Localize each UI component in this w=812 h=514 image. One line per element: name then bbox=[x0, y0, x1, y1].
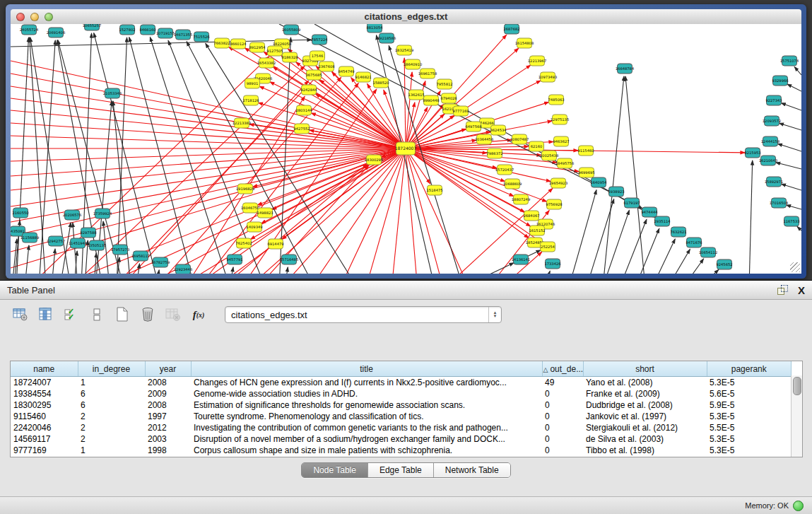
citation-edge-black[interactable] bbox=[700, 269, 719, 274]
column-header-year[interactable]: year bbox=[145, 361, 191, 377]
table-cell[interactable]: 2008 bbox=[145, 399, 191, 411]
table-mode-icon[interactable] bbox=[11, 306, 30, 323]
table-cell[interactable]: Disruption of a novel member of a sodium… bbox=[191, 433, 542, 445]
table-row[interactable]: 1872400712008Changes of HCN gene express… bbox=[11, 377, 792, 389]
show-columns-icon[interactable] bbox=[37, 306, 55, 323]
table-cell[interactable]: 2 bbox=[78, 433, 145, 445]
table-cell[interactable]: Investigating the contribution of common… bbox=[191, 422, 542, 433]
citation-edge-black[interactable] bbox=[781, 103, 801, 110]
citation-edge-black[interactable] bbox=[776, 163, 801, 169]
table-cell[interactable]: 9777169 bbox=[11, 445, 78, 456]
table-cell[interactable]: 0 bbox=[542, 445, 583, 456]
table-cell[interactable]: 6 bbox=[78, 399, 145, 411]
citation-edge-black[interactable] bbox=[603, 210, 629, 274]
citation-edge-red[interactable] bbox=[404, 58, 406, 148]
citation-edge-red[interactable] bbox=[314, 148, 406, 274]
table-cell[interactable]: 2 bbox=[78, 422, 145, 433]
table-cell[interactable]: 6 bbox=[78, 388, 145, 399]
citation-edge-red[interactable] bbox=[392, 148, 406, 274]
citation-edge-black[interactable] bbox=[777, 144, 801, 151]
table-row[interactable]: 1830029562008Estimation of significance … bbox=[11, 399, 792, 411]
citation-edge-red[interactable] bbox=[406, 148, 745, 153]
citation-edge-black[interactable] bbox=[285, 267, 288, 274]
new-column-icon[interactable] bbox=[113, 306, 131, 323]
table-row[interactable]: 911546021997Tourette syndrome. Phenomeno… bbox=[11, 411, 792, 422]
citation-edge-black[interactable] bbox=[794, 66, 801, 75]
table-cell[interactable]: 14569117 bbox=[11, 433, 78, 445]
column-header-in_degree[interactable]: in_degree bbox=[78, 361, 145, 377]
citation-edge-black[interactable] bbox=[797, 226, 801, 230]
citation-edge-red[interactable] bbox=[11, 148, 406, 268]
citation-edge-red[interactable] bbox=[11, 148, 406, 252]
citation-edge-black[interactable] bbox=[787, 84, 801, 91]
citation-edge-black[interactable] bbox=[782, 184, 801, 190]
table-cell[interactable]: 2 bbox=[78, 411, 145, 422]
close-panel-icon[interactable]: X bbox=[798, 285, 805, 296]
table-cell[interactable]: 2009 bbox=[145, 388, 191, 399]
table-row[interactable]: 977716911998Corpus callosum shape and si… bbox=[11, 445, 792, 456]
table-row[interactable]: 2242004622012Investigating the contribut… bbox=[11, 422, 792, 433]
table-cell[interactable]: Franke et al. (2009) bbox=[583, 388, 707, 399]
table-cell[interactable]: 19384554 bbox=[11, 388, 78, 399]
column-header-out_de[interactable]: △out_de... bbox=[542, 361, 583, 377]
table-cell[interactable]: Tibbo et al. (1998) bbox=[583, 445, 707, 456]
table-cell[interactable]: 5.3E-5 bbox=[707, 411, 792, 422]
citation-edge-black[interactable] bbox=[779, 123, 801, 130]
table-cell[interactable]: 5.3E-5 bbox=[707, 377, 792, 389]
table-cell[interactable]: 1998 bbox=[145, 445, 191, 456]
table-cell[interactable]: 0 bbox=[542, 433, 583, 445]
table-cell[interactable]: Yano et al. (2008) bbox=[583, 377, 707, 389]
table-row[interactable]: 1456911722003Disruption of a novel membe… bbox=[11, 433, 792, 445]
citation-edge-black[interactable] bbox=[683, 259, 704, 274]
citation-edge-black[interactable] bbox=[569, 190, 596, 274]
table-cell[interactable]: de Silva et al. (2003) bbox=[583, 433, 707, 445]
citation-edge-black[interactable] bbox=[652, 239, 675, 274]
vertical-scrollbar[interactable] bbox=[791, 375, 802, 457]
citation-edge-red[interactable] bbox=[11, 123, 406, 148]
tab-edge-table[interactable]: Edge Table bbox=[368, 463, 434, 477]
table-cell[interactable]: 1 bbox=[78, 377, 145, 389]
citation-edge-black[interactable] bbox=[544, 271, 550, 274]
citation-edge-black[interactable] bbox=[12, 239, 17, 274]
citation-network-graph[interactable]: 1872400718300295240557242069140610655257… bbox=[11, 24, 801, 274]
table-cell[interactable]: 49 bbox=[542, 377, 583, 389]
delete-columns-icon[interactable] bbox=[139, 306, 157, 323]
table-cell[interactable]: 0 bbox=[542, 456, 583, 457]
close-window-icon[interactable] bbox=[16, 13, 25, 21]
float-panel-icon[interactable] bbox=[777, 285, 788, 295]
citation-edge-red[interactable] bbox=[406, 148, 547, 201]
table-cell[interactable]: 5.9E-5 bbox=[707, 399, 792, 411]
citation-edge-red[interactable] bbox=[270, 82, 406, 148]
citation-edge-black[interactable] bbox=[668, 249, 690, 274]
citation-edge-black[interactable] bbox=[58, 40, 124, 274]
table-selector-dropdown[interactable]: citations_edges.txt ▲▼ bbox=[225, 306, 502, 323]
citation-edge-black[interactable] bbox=[603, 76, 624, 274]
table-cell[interactable]: Wolkin et al. (1998) bbox=[583, 456, 707, 457]
citation-edge-black[interactable] bbox=[749, 160, 753, 274]
table-cell[interactable]: 1998 bbox=[145, 456, 191, 457]
column-header-title[interactable]: title bbox=[191, 361, 542, 377]
citation-edge-black[interactable] bbox=[787, 205, 801, 209]
window-resize-grip[interactable] bbox=[790, 262, 800, 272]
table-cell[interactable]: 22420046 bbox=[11, 422, 78, 433]
tab-network-table[interactable]: Network Table bbox=[434, 463, 510, 477]
network-window-titlebar[interactable]: citations_edges.txt bbox=[11, 9, 801, 24]
citation-edge-black[interactable] bbox=[230, 267, 233, 274]
function-builder-icon[interactable]: f(x) bbox=[189, 306, 208, 323]
table-cell[interactable]: 5.3E-5 bbox=[707, 456, 792, 457]
table-cell[interactable]: Tourette syndrome. Phenomenology and cla… bbox=[191, 411, 542, 422]
network-view-window[interactable]: citations_edges.txt 18724007183002952405… bbox=[6, 4, 806, 279]
table-cell[interactable]: Dudbridge et al. (2008) bbox=[583, 399, 707, 411]
citation-edge-black[interactable] bbox=[620, 219, 647, 274]
table-cell[interactable]: 0 bbox=[542, 422, 583, 433]
table-cell[interactable]: Genome-wide association studies in ADHD. bbox=[191, 388, 542, 399]
citation-edge-red[interactable] bbox=[117, 72, 321, 274]
table-cell[interactable]: Changes of HCN gene expression and I(f) … bbox=[191, 377, 542, 389]
column-header-short[interactable]: short bbox=[583, 361, 707, 377]
network-canvas[interactable]: 1872400718300295240557242069140610655257… bbox=[11, 24, 801, 274]
table-cell[interactable]: 0 bbox=[542, 411, 583, 422]
citation-edge-red[interactable] bbox=[406, 148, 417, 274]
table-cell[interactable]: 2012 bbox=[145, 422, 191, 433]
table-cell[interactable]: Structural magnetic resonance image aver… bbox=[191, 456, 542, 457]
citation-edge-black[interactable] bbox=[635, 228, 659, 274]
